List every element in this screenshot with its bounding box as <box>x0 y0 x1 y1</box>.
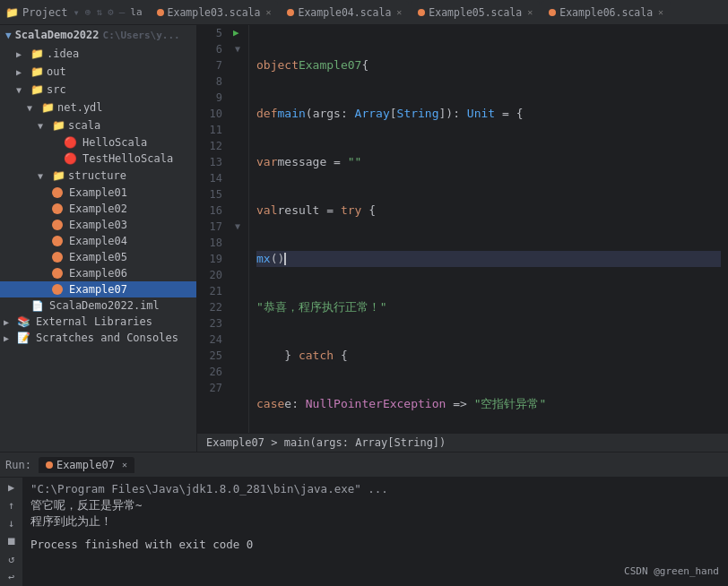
orange-circle-ex05 <box>52 252 63 263</box>
sidebar-item-helloscala[interactable]: ▶ 🔴 HelloScala <box>0 134 196 151</box>
sidebar-item-external-libs[interactable]: ▶ 📚 External Libraries <box>0 314 196 330</box>
label-ex02: Example02 <box>69 203 127 215</box>
settings-icon[interactable]: ⚙ <box>108 6 114 18</box>
sidebar-item-ex02[interactable]: Example02 <box>0 201 196 217</box>
code-content[interactable]: object Example07 { def main(args: Array[… <box>249 25 728 433</box>
console-output: "C:\Program Files\Java\jdk1.8.0_281\bin\… <box>23 478 728 586</box>
label-ex03: Example03 <box>69 219 127 231</box>
collapse-icon-6[interactable]: ▼ <box>235 41 240 57</box>
rerun-button[interactable]: ↺ <box>4 553 20 565</box>
editor-tabs: Example03.scala ✕ Example04.scala ✕ Exam… <box>150 1 723 24</box>
label-scala: scala <box>68 119 100 132</box>
sidebar-item-structure[interactable]: ▼ 📁 structure <box>0 167 196 185</box>
code-editor[interactable]: 5 6 7 8 9 10 11 12 13 14 15 16 17 18 19 … <box>197 25 728 433</box>
console-sidebar: ▶ ↑ ↓ ⏹ ↺ ↩ <box>0 478 23 586</box>
code-line-7: var message = "" <box>256 154 721 170</box>
close-tab-example03[interactable]: ✕ <box>265 7 271 17</box>
wrap-button[interactable]: ↩ <box>4 571 20 583</box>
console-output-line-1: 管它呢，反正是异常~ <box>30 497 721 513</box>
breadcrumb: Example07 > main(args: Array[String]) <box>197 433 728 452</box>
minus-icon[interactable]: — <box>119 6 126 18</box>
console-output-line-2: 程序到此为止！ <box>30 513 721 530</box>
close-tab-example06[interactable]: ✕ <box>658 7 663 17</box>
code-line-8: val result = try { <box>256 203 721 219</box>
tab-dot-example06 <box>549 9 556 16</box>
arrow-scratches: ▶ <box>4 333 14 343</box>
tab-example04[interactable]: Example04.scala ✕ <box>280 1 409 24</box>
sidebar-item-idea[interactable]: ▶ 📁 .idea <box>0 45 196 63</box>
code-line-10: "恭喜，程序执行正常！" <box>256 299 721 315</box>
sidebar-item-src[interactable]: ▼ 📁 src <box>0 81 196 99</box>
label-helloscala: HelloScala <box>82 136 147 149</box>
arrow-structure: ▼ <box>38 171 48 181</box>
folder-icon-idea: 📁 <box>30 47 44 61</box>
collapse-icon-23[interactable]: ▼ <box>235 219 240 235</box>
run-tab-example07[interactable]: Example07 ✕ <box>39 457 134 473</box>
label-scratches: Scratches and Consoles <box>36 332 178 344</box>
label-src: src <box>47 83 66 96</box>
sidebar-item-netydl[interactable]: ▼ 📁 net.ydl <box>0 99 196 116</box>
sidebar-item-ex05[interactable]: Example05 <box>0 249 196 265</box>
sidebar-item-ex04[interactable]: Example04 <box>0 233 196 249</box>
label-structure: structure <box>68 169 126 182</box>
sidebar-item-ex03[interactable]: Example03 <box>0 217 196 233</box>
label-ext-libs: External Libraries <box>36 315 152 328</box>
sidebar-header: ▼ ScalaDemo2022 C:\Users\y... <box>0 25 196 45</box>
folder-icon-structure: 📁 <box>51 168 65 183</box>
orange-circle-ex01 <box>52 187 63 198</box>
close-run-tab[interactable]: ✕ <box>122 460 127 470</box>
main-area: ▼ ScalaDemo2022 C:\Users\y... ▶ 📁 .idea … <box>0 25 728 452</box>
sync-icon[interactable]: ⇅ <box>96 6 102 18</box>
sidebar-item-scala[interactable]: ▼ 📁 scala <box>0 116 196 134</box>
scala-icon-test: 🔴 <box>64 152 77 165</box>
command-text: "C:\Program Files\Java\jdk1.8.0_281\bin\… <box>30 482 388 496</box>
scratches-icon: 📝 <box>17 332 30 344</box>
label-idea: .idea <box>47 47 79 60</box>
project-label[interactable]: Project <box>22 6 68 19</box>
play-button[interactable]: ▶ <box>4 481 20 494</box>
tab-label-example05: Example05.scala <box>429 6 522 19</box>
run-tab-label: Example07 <box>56 459 115 471</box>
sidebar-item-ex01[interactable]: Example01 <box>0 185 196 201</box>
sidebar-item-ex07[interactable]: Example07 <box>0 281 196 297</box>
label-iml: ScalaDemo2022.iml <box>49 299 160 312</box>
orange-circle-ex02 <box>52 203 63 214</box>
run-panel: Run: Example07 ✕ ▶ ↑ ↓ ⏹ ↺ ↩ "C:\Program… <box>0 452 728 586</box>
tab-label-example03: Example03.scala <box>168 6 261 19</box>
label-ex06: Example06 <box>69 267 127 280</box>
close-tab-example05[interactable]: ✕ <box>527 7 533 17</box>
tab-label-example06: Example06.scala <box>559 6 653 19</box>
folder-icon: 📁 <box>5 6 19 19</box>
tab-example03[interactable]: Example03.scala ✕ <box>150 1 279 24</box>
arrow-out: ▶ <box>16 67 27 77</box>
gutter: ▶ ▼ ▼ <box>230 25 249 433</box>
sidebar-item-scratches[interactable]: ▶ 📝 Scratches and Consoles <box>0 330 196 346</box>
sidebar-item-out[interactable]: ▶ 📁 out <box>0 63 196 81</box>
run-label: Run: <box>5 459 31 471</box>
orange-circle-ex06 <box>52 268 63 279</box>
watermark: CSDN @green_hand <box>624 565 719 577</box>
down-button[interactable]: ↓ <box>4 517 20 530</box>
up-button[interactable]: ↑ <box>4 499 20 512</box>
line-numbers: 5 6 7 8 9 10 11 12 13 14 15 16 17 18 19 … <box>197 25 230 433</box>
stop-button[interactable]: ⏹ <box>4 535 20 547</box>
top-bar: 📁 Project ▾ ⊕ ⇅ ⚙ — la Example03.scala ✕… <box>0 0 728 25</box>
la-label: la <box>130 6 142 18</box>
close-tab-example04[interactable]: ✕ <box>396 7 402 17</box>
add-icon[interactable]: ⊕ <box>85 6 91 18</box>
sidebar-item-iml[interactable]: ▶ 📄 ScalaDemo2022.iml <box>0 297 196 314</box>
folder-icon-netydl: 📁 <box>40 100 55 115</box>
code-line-5: object Example07 { <box>256 57 721 73</box>
sidebar-item-testhelloscala[interactable]: ▶ 🔴 TestHelloScala <box>0 151 196 167</box>
label-ex01: Example01 <box>69 186 127 199</box>
run-arrow-5[interactable]: ▶ <box>233 25 239 41</box>
orange-circle-ex07 <box>52 284 63 295</box>
console-content: ▶ ↑ ↓ ⏹ ↺ ↩ "C:\Program Files\Java\jdk1.… <box>0 478 728 586</box>
run-tab-bar: Run: Example07 ✕ <box>0 452 728 478</box>
sidebar-item-ex06[interactable]: Example06 <box>0 265 196 281</box>
tab-example06[interactable]: Example06.scala ✕ <box>542 1 671 24</box>
console-command-line: "C:\Program Files\Java\jdk1.8.0_281\bin\… <box>30 481 721 497</box>
tab-example05[interactable]: Example05.scala ✕ <box>411 1 540 24</box>
tab-dot-example04 <box>287 9 294 16</box>
label-ex05: Example05 <box>69 251 127 263</box>
